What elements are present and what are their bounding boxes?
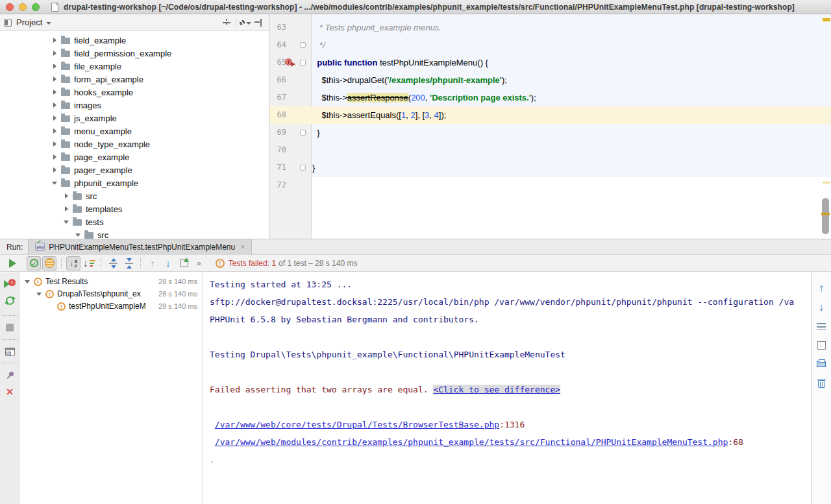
project-tree-item[interactable]: phpunit_example xyxy=(0,176,269,189)
test-failed-gutter-icon[interactable]: ! xyxy=(285,54,297,71)
show-passed-toggle[interactable]: ✓ xyxy=(27,256,41,270)
chevron-down-icon[interactable] xyxy=(46,22,51,25)
chevron-down-icon[interactable] xyxy=(64,219,70,225)
chevron-right-icon[interactable] xyxy=(52,63,58,69)
chevron-right-icon[interactable] xyxy=(52,89,58,95)
chevron-right-icon[interactable] xyxy=(52,76,58,82)
show-ignored-toggle[interactable] xyxy=(42,256,56,270)
chevron-down-icon[interactable] xyxy=(25,278,31,285)
sort-by-duration-toggle[interactable]: ↓ xyxy=(82,256,96,270)
editor-scrollbar-thumb[interactable] xyxy=(822,198,829,234)
expand-all-icon xyxy=(109,259,118,268)
project-tree-item[interactable]: pager_example xyxy=(0,163,269,176)
chevron-down-icon xyxy=(246,22,251,25)
project-tree-item-label: pager_example xyxy=(74,165,132,175)
previous-failed-test-button[interactable]: ↑ xyxy=(145,256,160,270)
console-link[interactable]: /var/www/web/modules/contrib/examples/ph… xyxy=(215,437,728,447)
chevron-right-icon[interactable] xyxy=(52,167,58,173)
run-tab-label: PHPUnitExampleMenuTest.testPhpUnitExampl… xyxy=(49,243,235,252)
run-tab-bar: Run: php PHPUnitExampleMenuTest.testPhpU… xyxy=(0,239,831,255)
console-link[interactable]: /var/www/web/core/tests/Drupal/Tests/Bro… xyxy=(215,420,499,429)
project-tree-item[interactable]: field_permission_example xyxy=(0,47,269,60)
warning-stripe-mark[interactable] xyxy=(823,18,830,21)
clear-all-button[interactable] xyxy=(812,379,831,388)
rerun-failed-tests-button[interactable]: ! xyxy=(0,280,19,289)
collapse-all-button[interactable] xyxy=(121,256,136,270)
zoom-window-button[interactable] xyxy=(32,3,40,11)
fold-marker-icon[interactable] xyxy=(300,130,306,136)
run-label: Run: xyxy=(6,243,23,252)
project-settings-button[interactable] xyxy=(239,17,252,29)
close-window-button[interactable] xyxy=(6,3,14,11)
toolbar-overflow-chevrons[interactable]: » xyxy=(197,259,201,268)
console-link[interactable]: <Click to see difference> xyxy=(433,385,560,394)
ignored-circle-icon xyxy=(45,258,55,268)
warning-stripe-mark[interactable] xyxy=(821,213,830,215)
code-line xyxy=(312,176,819,194)
hide-panel-button[interactable] xyxy=(252,17,265,29)
print-button[interactable] xyxy=(812,359,831,367)
warning-stripe-mark[interactable] xyxy=(823,182,830,184)
up-the-stack-trace-button[interactable]: ↑ xyxy=(812,283,831,293)
console-text xyxy=(210,420,215,429)
close-run-panel-button[interactable]: ✕ xyxy=(0,387,19,396)
project-tree-item[interactable]: node_type_example xyxy=(0,138,269,150)
rerun-button[interactable] xyxy=(5,256,19,270)
chevron-down-icon[interactable] xyxy=(52,180,58,186)
export-test-results-button[interactable] xyxy=(177,256,191,270)
project-tree-item[interactable]: page_example xyxy=(0,150,269,163)
chevron-right-icon[interactable] xyxy=(64,193,70,199)
project-tree-item[interactable]: menu_example xyxy=(0,125,269,138)
project-tree-item[interactable]: js_example xyxy=(0,112,269,125)
code-line: } xyxy=(312,124,819,141)
main-area: Project field_examplefield_permission_ex… xyxy=(0,14,831,239)
stop-button[interactable] xyxy=(0,324,19,331)
project-tree-item[interactable]: templates xyxy=(0,202,269,215)
fold-marker-icon[interactable] xyxy=(300,165,306,171)
chevron-right-icon[interactable] xyxy=(52,128,58,134)
soft-wrap-button[interactable] xyxy=(812,323,831,330)
test-tree-item[interactable]: !Drupal\Tests\phpunit_ex28 s 140 ms xyxy=(19,287,203,300)
project-tree-item[interactable]: src xyxy=(0,228,269,239)
chevron-right-icon[interactable] xyxy=(52,102,58,108)
down-the-stack-trace-button[interactable]: ↓ xyxy=(812,302,831,313)
scroll-from-source-button[interactable] xyxy=(220,17,233,29)
fold-marker-icon[interactable] xyxy=(300,42,306,48)
next-failed-test-button[interactable]: ↓ xyxy=(161,256,175,270)
pin-tab-button[interactable] xyxy=(0,371,19,380)
chevron-down-icon[interactable] xyxy=(36,291,43,297)
test-console-output[interactable]: Testing started at 13:25 ...sftp://docke… xyxy=(203,272,811,504)
project-tree-item[interactable]: file_example xyxy=(0,60,269,73)
chevron-right-icon[interactable] xyxy=(52,37,58,43)
chevron-right-icon[interactable] xyxy=(64,206,70,212)
test-tree-item[interactable]: !testPhpUnitExampleM28 s 140 ms xyxy=(19,300,203,312)
line-number: 69 xyxy=(271,124,286,141)
chevron-down-icon[interactable] xyxy=(75,232,82,238)
chevron-right-icon[interactable] xyxy=(52,141,58,147)
fold-marker-icon[interactable] xyxy=(300,60,306,66)
chevron-right-icon[interactable] xyxy=(52,50,58,56)
sort-alphabetically-toggle[interactable]: ↓az xyxy=(66,256,81,270)
project-tree-item[interactable]: hooks_example xyxy=(0,86,269,99)
project-tree-item[interactable]: field_example xyxy=(0,34,269,47)
folder-icon xyxy=(61,38,70,44)
code-editor[interactable]: 63 * Tests phpunit_example menus.64 */65… xyxy=(269,14,831,239)
scroll-to-end-button[interactable] xyxy=(812,341,831,350)
rerun-test-button[interactable] xyxy=(0,296,19,305)
test-tree-item[interactable]: !Test Results28 s 140 ms xyxy=(19,275,203,287)
minimize-window-button[interactable] xyxy=(19,3,27,11)
close-icon[interactable]: × xyxy=(240,243,245,252)
line-number: 71 xyxy=(271,159,286,176)
project-tree-item[interactable]: form_api_example xyxy=(0,73,269,86)
project-tree-item[interactable]: images xyxy=(0,99,269,112)
run-configuration-tab[interactable]: php PHPUnitExampleMenuTest.testPhpUnitEx… xyxy=(28,239,252,255)
line-number: 72 xyxy=(271,176,286,194)
expand-all-button[interactable] xyxy=(106,256,120,270)
project-tree-item[interactable]: tests xyxy=(0,215,269,228)
chevron-right-icon[interactable] xyxy=(52,154,58,160)
console-text: :1316 xyxy=(499,420,525,429)
project-tree-item[interactable]: src xyxy=(0,189,269,202)
restore-layout-button[interactable] xyxy=(0,348,19,355)
code-line: $this->assertEquals([1, 2], [3, 4]); xyxy=(312,106,819,124)
chevron-right-icon[interactable] xyxy=(52,115,58,121)
